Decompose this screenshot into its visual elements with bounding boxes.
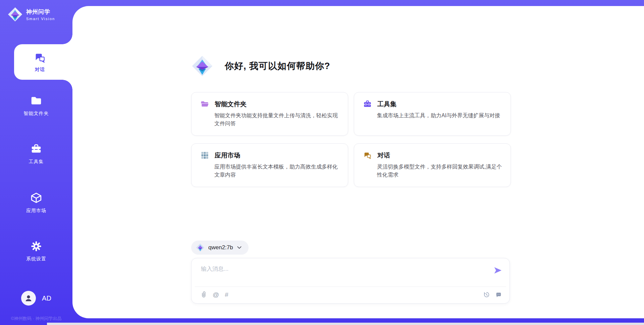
brand-name: 神州问学 (26, 8, 55, 16)
hashtag-icon[interactable]: # (225, 291, 228, 298)
composer-toolbar: @ # (200, 291, 502, 298)
sidebar-item-label: 系统设置 (26, 256, 46, 262)
greeting-block: 你好, 我可以如何帮助你? (191, 55, 330, 77)
person-icon (24, 294, 33, 303)
gem-logo-icon (7, 7, 23, 22)
cube-icon (30, 192, 43, 204)
card-description: 应用市场提供丰富长文本模板，助力高效生成多样化文章内容 (214, 163, 340, 179)
card-title: 智能文件夹 (215, 100, 247, 109)
sidebar-item-label: 工具集 (29, 159, 44, 165)
model-selector[interactable]: qwen2:7b (191, 241, 249, 255)
gem-logo-icon (191, 55, 213, 77)
sidebar-item-label: 对话 (35, 67, 45, 73)
folder-icon (30, 94, 43, 107)
toolbox-icon (30, 143, 43, 155)
toolbox-icon (363, 100, 372, 109)
card-title: 工具集 (377, 100, 396, 109)
card-description: 集成市场上主流工具，助力AI与外界无缝扩展与对接 (377, 112, 502, 120)
sidebar-item-settings[interactable]: 系统设置 (0, 240, 72, 262)
sidebar-item-label: 应用市场 (26, 208, 46, 214)
mention-icon[interactable]: @ (213, 291, 219, 298)
gem-logo-icon (196, 243, 205, 252)
avatar (21, 291, 36, 306)
composer-divider (195, 286, 506, 287)
card-toolset[interactable]: 工具集 集成市场上主流工具，助力AI与外界无缝扩展与对接 (354, 92, 511, 136)
gear-icon (30, 240, 43, 253)
attachment-icon[interactable] (200, 291, 207, 298)
folder-open-icon (200, 100, 209, 109)
card-description: 灵活切换多模型文件，支持多样回复效果调试,满足个性化需求 (377, 163, 502, 179)
sidebar-item-label: 智能文件夹 (24, 111, 49, 117)
user-name: AD (42, 295, 51, 302)
card-title: 应用市场 (215, 151, 240, 160)
chat-bubbles-icon (363, 151, 372, 160)
sidebar-item-chat[interactable]: 对话 (14, 44, 72, 80)
feature-cards: 智能文件夹 智能文件夹功能支持批量文件上传与清洗，轻松实现文件问答 工具集 集成… (191, 92, 511, 187)
send-icon[interactable] (493, 266, 502, 274)
greeting-title: 你好, 我可以如何帮助你? (225, 60, 330, 72)
message-composer: @ # (191, 258, 510, 304)
brand-subtitle: Smart Vision (26, 17, 55, 21)
card-chat[interactable]: 对话 灵活切换多模型文件，支持多样回复效果调试,满足个性化需求 (354, 143, 511, 187)
history-icon[interactable] (483, 291, 490, 298)
sidebar-item-toolset[interactable]: 工具集 (0, 143, 72, 165)
card-title: 对话 (377, 151, 390, 160)
bottom-scrollbar-strip (47, 323, 644, 325)
card-app-market[interactable]: 应用市场 应用市场提供丰富长文本模板，助力高效生成多样化文章内容 (191, 143, 348, 187)
app-grid-icon (200, 151, 209, 160)
sidebar-item-smart-folder[interactable]: 智能文件夹 (0, 94, 72, 117)
main-panel: 你好, 我可以如何帮助你? 智能文件夹 智能文件夹功能支持批量文件上传与清洗，轻… (72, 6, 644, 318)
message-input[interactable] (201, 265, 479, 282)
card-description: 智能文件夹功能支持批量文件上传与清洗，轻松实现文件问答 (214, 112, 340, 128)
chat-bubbles-icon (34, 51, 46, 64)
card-smart-folder[interactable]: 智能文件夹 智能文件夹功能支持批量文件上传与清洗，轻松实现文件问答 (191, 92, 348, 136)
sidebar: 神州问学 Smart Vision 对话 智能文件夹 (0, 0, 72, 325)
user-profile[interactable]: AD (0, 291, 72, 306)
conversation-icon[interactable] (495, 291, 502, 298)
chevron-down-icon (237, 246, 242, 250)
sidebar-item-app-market[interactable]: 应用市场 (0, 192, 72, 214)
copyright-footer: ©神州数码 · 神州问学出品 (0, 316, 72, 322)
model-name: qwen2:7b (208, 244, 233, 251)
brand-logo: 神州问学 Smart Vision (7, 7, 55, 22)
